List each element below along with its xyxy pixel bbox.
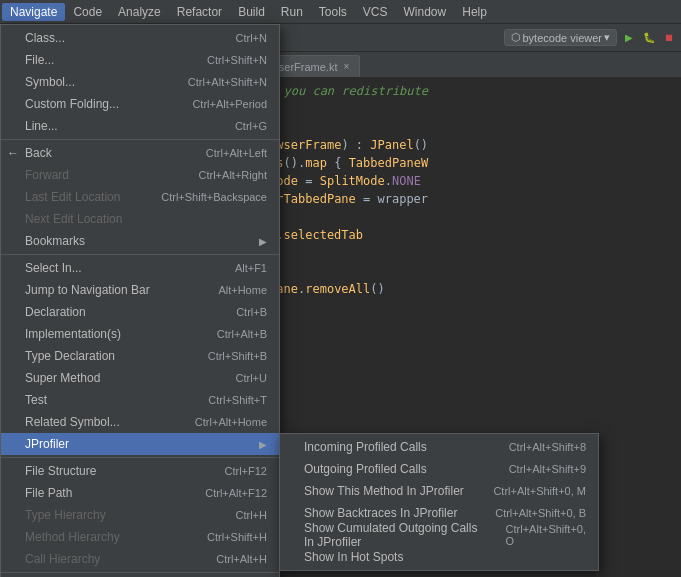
menubar-code[interactable]: Code — [65, 3, 110, 21]
menu-bookmarks-label: Bookmarks — [25, 234, 85, 248]
menu-file-structure-label: File Structure — [25, 464, 96, 478]
menu-outgoing-calls-shortcut: Ctrl+Alt+Shift+9 — [509, 463, 586, 475]
menu-test[interactable]: Test Ctrl+Shift+T — [1, 389, 279, 411]
stop-button[interactable]: ⏹ — [661, 30, 677, 46]
menu-back-shortcut: Ctrl+Alt+Left — [206, 147, 267, 159]
menu-related-symbol[interactable]: Related Symbol... Ctrl+Alt+Home — [1, 411, 279, 433]
menubar-refactor[interactable]: Refactor — [169, 3, 230, 21]
menu-implementation-shortcut: Ctrl+Alt+B — [217, 328, 267, 340]
menu-class-label: Class... — [25, 31, 65, 45]
menu-next-edit-label: Next Edit Location — [25, 212, 122, 226]
bookmarks-arrow-icon: ▶ — [259, 236, 267, 247]
menu-show-method-shortcut: Ctrl+Alt+Shift+0, M — [493, 485, 586, 497]
menu-forward-label: Forward — [25, 168, 69, 182]
menu-file-path-shortcut: Ctrl+Alt+F12 — [205, 487, 267, 499]
menu-show-cumulated[interactable]: Show Cumulated Outgoing Calls In JProfil… — [280, 524, 598, 546]
menu-type-hierarchy-label: Type Hierarchy — [25, 508, 106, 522]
menubar-help[interactable]: Help — [454, 3, 495, 21]
menu-type-decl-shortcut: Ctrl+Shift+B — [208, 350, 267, 362]
menu-back-label: Back — [25, 146, 52, 160]
menu-show-backtraces-label: Show Backtraces In JProfiler — [304, 506, 457, 520]
menu-symbol-shortcut: Ctrl+Alt+Shift+N — [188, 76, 267, 88]
debug-button[interactable]: 🐛 — [641, 30, 657, 46]
menu-file-structure-shortcut: Ctrl+F12 — [225, 465, 268, 477]
navigate-menu: Class... Ctrl+N File... Ctrl+Shift+N Sym… — [0, 24, 280, 577]
separator-2 — [1, 254, 279, 255]
menu-jprofiler[interactable]: JProfiler ▶ — [1, 433, 279, 455]
jprofiler-arrow-icon: ▶ — [259, 439, 267, 450]
menu-line-label: Line... — [25, 119, 58, 133]
menu-show-method-label: Show This Method In JProfiler — [304, 484, 464, 498]
menu-incoming-calls[interactable]: Incoming Profiled Calls Ctrl+Alt+Shift+8 — [280, 436, 598, 458]
menu-line-shortcut: Ctrl+G — [235, 120, 267, 132]
menu-call-hierarchy: Call Hierarchy Ctrl+Alt+H — [1, 548, 279, 570]
menu-type-decl[interactable]: Type Declaration Ctrl+Shift+B — [1, 345, 279, 367]
menu-declaration-shortcut: Ctrl+B — [236, 306, 267, 318]
menu-type-decl-label: Type Declaration — [25, 349, 115, 363]
menu-custom-folding[interactable]: Custom Folding... Ctrl+Alt+Period — [1, 93, 279, 115]
menu-last-edit-shortcut: Ctrl+Shift+Backspace — [161, 191, 267, 203]
bytecode-icon: ⬡ — [511, 31, 521, 44]
menu-last-edit-label: Last Edit Location — [25, 190, 120, 204]
menu-implementation-label: Implementation(s) — [25, 327, 121, 341]
chevron-down-icon: ▾ — [604, 31, 610, 44]
menu-file-structure[interactable]: File Structure Ctrl+F12 — [1, 460, 279, 482]
menu-jump-nav-shortcut: Alt+Home — [218, 284, 267, 296]
menu-implementation[interactable]: Implementation(s) Ctrl+Alt+B — [1, 323, 279, 345]
menubar-build[interactable]: Build — [230, 3, 273, 21]
separator-4 — [1, 572, 279, 573]
separator-1 — [1, 139, 279, 140]
menu-call-hierarchy-label: Call Hierarchy — [25, 552, 100, 566]
menubar-window[interactable]: Window — [396, 3, 455, 21]
menubar-run[interactable]: Run — [273, 3, 311, 21]
bytecode-viewer-btn[interactable]: ⬡ bytecode viewer ▾ — [504, 29, 618, 46]
menubar-analyze[interactable]: Analyze — [110, 3, 169, 21]
menu-class-shortcut: Ctrl+N — [236, 32, 267, 44]
navigate-dropdown: Class... Ctrl+N File... Ctrl+Shift+N Sym… — [0, 24, 280, 577]
menu-jump-nav[interactable]: Jump to Navigation Bar Alt+Home — [1, 279, 279, 301]
menu-declaration-label: Declaration — [25, 305, 86, 319]
menu-forward: Forward Ctrl+Alt+Right — [1, 164, 279, 186]
menu-select-in[interactable]: Select In... Alt+F1 — [1, 257, 279, 279]
menu-declaration[interactable]: Declaration Ctrl+B — [1, 301, 279, 323]
run-button[interactable]: ▶ — [621, 30, 637, 46]
menu-related-symbol-label: Related Symbol... — [25, 415, 120, 429]
menubar-navigate[interactable]: Navigate — [2, 3, 65, 21]
menu-method-hierarchy: Method Hierarchy Ctrl+Shift+H — [1, 526, 279, 548]
tab-browserframe-close[interactable]: × — [343, 61, 349, 72]
menu-related-symbol-shortcut: Ctrl+Alt+Home — [195, 416, 267, 428]
menu-show-hotspots-label: Show In Hot Spots — [304, 550, 403, 564]
menu-show-cumulated-shortcut: Ctrl+Alt+Shift+0, O — [506, 523, 586, 547]
menu-show-method[interactable]: Show This Method In JProfiler Ctrl+Alt+S… — [280, 480, 598, 502]
menu-show-hotspots[interactable]: Show In Hot Spots — [280, 546, 598, 568]
menu-symbol[interactable]: Symbol... Ctrl+Alt+Shift+N — [1, 71, 279, 93]
menu-incoming-calls-label: Incoming Profiled Calls — [304, 440, 427, 454]
menu-method-hierarchy-label: Method Hierarchy — [25, 530, 120, 544]
menu-file[interactable]: File... Ctrl+Shift+N — [1, 49, 279, 71]
menu-line[interactable]: Line... Ctrl+G — [1, 115, 279, 137]
menu-method-hierarchy-shortcut: Ctrl+Shift+H — [207, 531, 267, 543]
menu-bookmarks[interactable]: Bookmarks ▶ — [1, 230, 279, 252]
menu-next-edit: Next Edit Location — [1, 208, 279, 230]
menu-jprofiler-label: JProfiler — [25, 437, 69, 451]
menu-outgoing-calls[interactable]: Outgoing Profiled Calls Ctrl+Alt+Shift+9 — [280, 458, 598, 480]
menu-super-method[interactable]: Super Method Ctrl+U — [1, 367, 279, 389]
menu-file-path[interactable]: File Path Ctrl+Alt+F12 — [1, 482, 279, 504]
menu-incoming-calls-shortcut: Ctrl+Alt+Shift+8 — [509, 441, 586, 453]
menubar: Navigate Code Analyze Refactor Build Run… — [0, 0, 681, 24]
menu-forward-shortcut: Ctrl+Alt+Right — [199, 169, 267, 181]
menu-back[interactable]: ← Back Ctrl+Alt+Left — [1, 142, 279, 164]
menu-class[interactable]: Class... Ctrl+N — [1, 27, 279, 49]
menubar-vcs[interactable]: VCS — [355, 3, 396, 21]
menu-symbol-label: Symbol... — [25, 75, 75, 89]
menu-outgoing-calls-label: Outgoing Profiled Calls — [304, 462, 427, 476]
menubar-tools[interactable]: Tools — [311, 3, 355, 21]
menu-super-method-shortcut: Ctrl+U — [236, 372, 267, 384]
menu-show-cumulated-label: Show Cumulated Outgoing Calls In JProfil… — [304, 521, 486, 549]
menu-type-hierarchy: Type Hierarchy Ctrl+H — [1, 504, 279, 526]
separator-3 — [1, 457, 279, 458]
menu-file-path-label: File Path — [25, 486, 72, 500]
menu-select-in-label: Select In... — [25, 261, 82, 275]
menu-test-shortcut: Ctrl+Shift+T — [208, 394, 267, 406]
menu-last-edit: Last Edit Location Ctrl+Shift+Backspace — [1, 186, 279, 208]
